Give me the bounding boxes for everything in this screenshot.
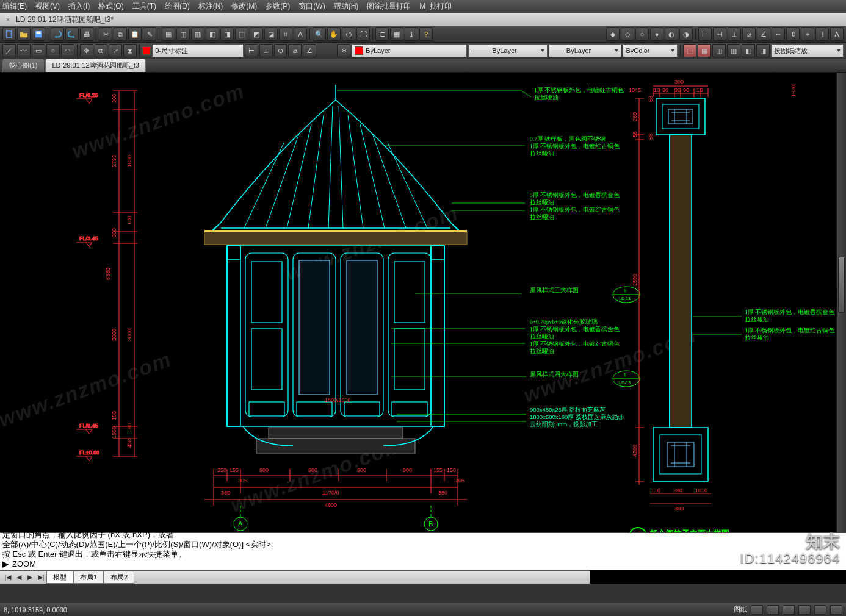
dim-e[interactable]: ∠ [303,44,316,57]
doctab-2[interactable]: LD-29.01-12啤酒花园船吧_t3 [45,59,145,72]
menu-param[interactable]: 参数(P) [266,1,290,12]
menu-window[interactable]: 窗口(W) [298,1,325,12]
save-button[interactable] [32,27,45,41]
xref-button[interactable]: ▦ [390,27,403,41]
layout-tab-model[interactable]: 模型 [46,571,73,584]
menu-tools[interactable]: 工具(T) [132,1,156,12]
status-btn-2[interactable] [767,605,779,615]
layer-freeze-button[interactable]: ❄ [337,44,350,57]
status-btn-1[interactable] [751,605,763,615]
dim-b[interactable]: ⟂ [259,44,273,57]
dimstyle-dropdown[interactable]: 0-尺寸标注 [152,44,243,57]
line-button[interactable]: ／ [2,44,16,57]
menu-format[interactable]: 格式(O) [98,1,123,12]
ext-btn-4[interactable]: ▥ [727,44,740,57]
circle-button[interactable]: ○ [46,44,60,57]
dim-btn-1[interactable]: ⊢ [698,27,712,41]
arc-button[interactable]: ◠ [61,44,74,57]
copy-button[interactable]: ⧉ [114,27,127,41]
layout-tab-1[interactable]: 布局1 [73,571,104,584]
tool-btn-i[interactable]: ⌗ [279,27,292,41]
viewscale-dropdown[interactable]: 按图纸缩放 [771,44,844,57]
layout-nav-prev[interactable]: ◀ [13,573,24,581]
dim-btn-6[interactable]: ↔ [772,27,785,41]
match-button[interactable]: ✎ [143,27,156,41]
linetype-dropdown[interactable]: ByLayer [468,44,548,57]
dim-btn-10[interactable]: A [830,27,844,41]
print-button[interactable]: 🖶 [80,27,93,41]
copy2-button[interactable]: ⧉ [95,44,108,57]
grp-btn-3[interactable]: ○ [635,27,649,41]
menu-modify[interactable]: 修改(M) [231,1,257,12]
pline-button[interactable]: 〰 [17,44,31,57]
ext-btn-1[interactable]: ⬚ [683,44,696,57]
grp-btn-5[interactable]: ◐ [665,27,678,41]
undo-button[interactable] [51,27,64,41]
status-btn-4[interactable] [798,605,811,615]
tool-btn-f[interactable]: ⬚ [235,27,248,41]
props-button[interactable]: ℹ [405,27,418,41]
status-btn-3[interactable] [783,605,795,615]
layout-nav-next[interactable]: ▶ [24,573,35,581]
paste-button[interactable]: 📋 [128,27,142,41]
dimstyle-color-swatch[interactable] [142,46,151,55]
ext-btn-6[interactable]: ◨ [756,44,770,57]
grp-btn-2[interactable]: ◇ [621,27,634,41]
dim-btn-5[interactable]: ∠ [757,27,770,41]
lineweight-dropdown[interactable]: ByLayer [549,44,622,57]
dim-btn-9[interactable]: ⌶ [815,27,829,41]
menu-help[interactable]: 帮助(H) [334,1,359,12]
ext-btn-5[interactable]: ◧ [742,44,755,57]
menu-dim[interactable]: 标注(N) [198,1,223,12]
tool-btn-c[interactable]: ▥ [191,27,204,41]
stretch-button[interactable]: ⤢ [109,44,122,57]
menu-draw[interactable]: 绘图(D) [165,1,190,12]
rect-button[interactable]: ▭ [32,44,45,57]
dim-a[interactable]: ⊢ [245,44,258,57]
layout-nav-first[interactable]: |◀ [2,573,13,581]
doctab-1[interactable]: 畅心阁(1) [2,59,44,72]
tool-btn-h[interactable]: ◪ [264,27,278,41]
vertical-scrollbar[interactable] [836,73,846,532]
open-file-button[interactable] [17,27,31,41]
tool-btn-j[interactable]: A [294,27,307,41]
close-icon[interactable]: × [4,15,12,24]
dim-btn-4[interactable]: ⌀ [742,27,756,41]
dim-c[interactable]: ⊙ [274,44,287,57]
move-button[interactable]: ✥ [80,44,93,57]
zoom-window-button[interactable]: 🔍 [313,27,326,41]
zoom-extents-button[interactable]: ⛶ [356,27,370,41]
layout-tab-2[interactable]: 布局2 [104,571,134,584]
dim-d[interactable]: ⌀ [288,44,302,57]
cut-button[interactable]: ✂ [99,27,112,41]
dim-btn-2[interactable]: ⊣ [713,27,726,41]
command-line[interactable]: 定窗口的角点，输入比例因子 (nX 或 nXP)，或者 全部(A)/中心(C)/… [0,532,846,570]
menu-insert[interactable]: 插入(I) [68,1,90,12]
dim-btn-7[interactable]: ⇕ [786,27,800,41]
menu-edit[interactable]: 编辑(E) [2,1,27,12]
layout-nav-last[interactable]: ▶| [35,573,46,581]
layer-mgr-button[interactable]: ≣ [375,27,389,41]
grp-btn-6[interactable]: ◑ [679,27,693,41]
dim-btn-8[interactable]: ⌖ [801,27,814,41]
dim-btn-3[interactable]: ⟂ [728,27,741,41]
status-btn-5[interactable] [814,605,826,615]
help-button[interactable]: ? [419,27,433,41]
tool-btn-d[interactable]: ◧ [206,27,219,41]
redo-button[interactable] [65,27,79,41]
plotstyle-dropdown[interactable]: ByColor [623,44,678,57]
mirror-button[interactable]: ⧗ [123,44,137,57]
grp-btn-1[interactable]: ◆ [606,27,620,41]
layer-dropdown[interactable]: ByLayer [352,44,467,57]
status-btn-6[interactable] [830,605,842,615]
pan-button[interactable]: ✋ [327,27,341,41]
tool-btn-b[interactable]: ◫ [176,27,190,41]
ext-btn-3[interactable]: ◫ [712,44,726,57]
tool-btn-e[interactable]: ◨ [220,27,234,41]
new-file-button[interactable] [2,27,16,41]
orbit-button[interactable]: ⭯ [342,27,355,41]
tool-btn-g[interactable]: ◩ [250,27,263,41]
ext-btn-2[interactable]: ▦ [698,44,711,57]
menu-view[interactable]: 视图(V) [35,1,60,12]
menu-mprint[interactable]: M_批打印 [419,1,452,12]
